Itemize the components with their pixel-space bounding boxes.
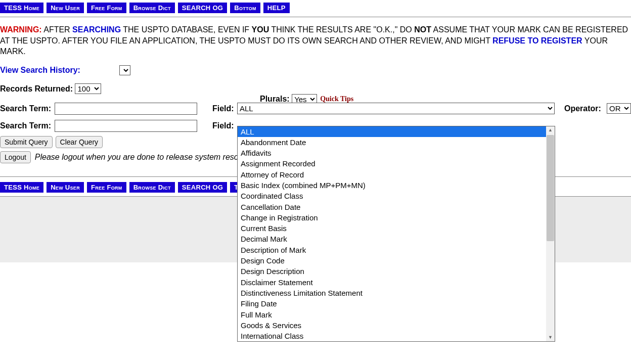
warning-refuse: REFUSE TO REGISTER	[492, 36, 582, 45]
warning-label: WARNING:	[0, 25, 42, 34]
nav-help[interactable]: HELP	[263, 3, 290, 13]
field-option[interactable]: Coordinated Class	[238, 191, 546, 202]
nav2-browse-dict[interactable]: Browse Dict	[129, 182, 175, 193]
operator-1-label: Operator:	[564, 104, 601, 113]
field-option[interactable]: Current Basis	[238, 223, 546, 234]
top-nav: TESS Home New User Free Form Browse Dict…	[0, 0, 631, 16]
field-option[interactable]: Attorney of Record	[238, 169, 546, 180]
field-1-select[interactable]: ALL	[237, 103, 555, 114]
scrollbar-thumb[interactable]	[547, 135, 554, 241]
warning-text: WARNING: AFTER SEARCHING THE USPTO DATAB…	[0, 24, 631, 63]
nav-search-og[interactable]: SEARCH OG	[178, 3, 227, 13]
field-option[interactable]: Abandonment Date	[238, 137, 546, 148]
field-option[interactable]: Assignment Recorded	[238, 159, 546, 169]
clear-query-button[interactable]: Clear Query	[56, 136, 103, 148]
records-returned-select[interactable]: 100	[75, 83, 101, 94]
view-search-history-select[interactable]	[119, 65, 130, 75]
logout-button[interactable]: Logout	[0, 151, 31, 163]
field-option[interactable]: Affidavits	[238, 148, 546, 159]
nav2-free-form[interactable]: Free Form	[87, 182, 126, 193]
field-2-label: Field:	[212, 121, 236, 130]
nav-tess-home[interactable]: TESS Home	[0, 3, 43, 13]
operator-1-select[interactable]: OR	[607, 103, 631, 114]
nav-free-form[interactable]: Free Form	[87, 3, 126, 13]
field-option[interactable]: Description of Mark	[238, 245, 546, 255]
nav-new-user[interactable]: New User	[47, 3, 84, 13]
scroll-up-icon[interactable]: ▲	[548, 127, 553, 133]
field-option[interactable]: Decimal Mark	[238, 234, 546, 245]
view-search-history-label: View Search History:	[0, 66, 116, 75]
warning-you: YOU	[252, 25, 269, 34]
search-term-2-label: Search Term:	[0, 121, 52, 130]
warning-searching: SEARCHING	[72, 25, 121, 34]
warning-not: NOT	[414, 25, 431, 34]
field-2-dropdown-panel: ALLAbandonment DateAffidavitsAssignment …	[237, 126, 555, 262]
search-term-1-label: Search Term:	[0, 104, 52, 113]
records-returned-label: Records Returned:	[0, 84, 73, 93]
field-option[interactable]: Design Code	[238, 256, 546, 262]
field-option[interactable]: Basic Index (combined MP+PM+MN)	[238, 180, 546, 191]
field-option[interactable]: ALL	[238, 126, 546, 137]
field-option[interactable]: Change in Registration	[238, 212, 546, 223]
divider-top	[0, 17, 631, 17]
nav2-tess-home[interactable]: TESS Home	[0, 182, 43, 193]
dropdown-scrollbar[interactable]: ▲ ▼	[546, 126, 555, 262]
nav-bottom[interactable]: Bottom	[230, 3, 260, 13]
nav-browse-dict[interactable]: Browse Dict	[129, 3, 175, 13]
submit-query-button[interactable]: Submit Query	[0, 136, 53, 148]
field-option[interactable]: Cancellation Date	[238, 202, 546, 212]
search-term-2-input[interactable]	[55, 120, 197, 132]
nav2-search-og[interactable]: SEARCH OG	[178, 182, 227, 193]
field-option-list: ALLAbandonment DateAffidavitsAssignment …	[238, 126, 546, 262]
field-1-label: Field:	[212, 104, 236, 113]
nav2-new-user[interactable]: New User	[47, 182, 84, 193]
search-term-1-input[interactable]	[55, 103, 197, 115]
